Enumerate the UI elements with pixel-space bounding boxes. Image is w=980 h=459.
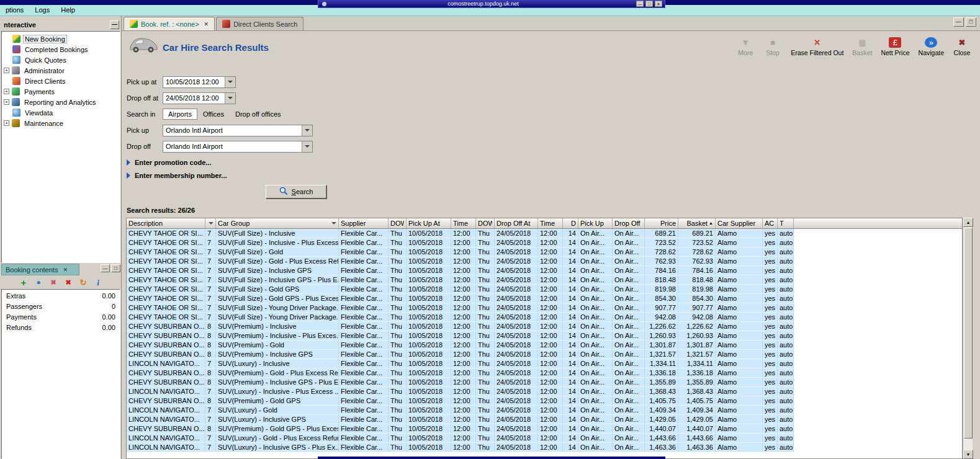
sidebar-item-payments[interactable]: +Payments [2,86,120,97]
toolbar-navigate[interactable]: »Navigate [919,37,944,56]
pick-up-at-dropdown-button[interactable] [225,77,235,87]
col-header-time2[interactable]: Time [538,218,563,228]
sidebar-item-viewdata[interactable]: Viewdata [2,107,120,118]
expand-plus-icon[interactable]: + [4,120,9,126]
drop-off-at-combo[interactable]: 24/05/2018 12:00 [163,92,236,104]
col-header-car_supplier[interactable]: Car Supplier [716,218,763,228]
toolbar-nett-price[interactable]: £Nett Price [881,37,909,56]
pick-up-dropdown-button[interactable] [302,125,312,136]
expand-plus-icon[interactable]: + [4,89,9,94]
tab-book-ref-none[interactable]: Book. ref. : <none>✕ [124,17,215,30]
drop-off-combo[interactable]: Orlando Intl Airport [163,141,313,153]
result-row[interactable]: LINCOLN NAVIGATO...7SUV(Luxury) - GoldFl… [127,406,794,415]
sidebar-item-completed-bookings[interactable]: Completed Bookings [2,44,120,55]
result-row[interactable]: LINCOLN NAVIGATO...7SUV(Luxury) - Inclus… [127,359,794,368]
col-header-time1[interactable]: Time [451,218,476,228]
toolbar-erase-filtered-out[interactable]: ✕Erase Filtered Out [791,37,843,56]
pick-up-at-combo[interactable]: 10/05/2018 12:00 [163,76,236,88]
expand-plus-icon[interactable]: + [4,68,9,73]
window-maximize-button[interactable]: □ [966,17,976,27]
scrollbar-down-button[interactable]: ▼ [963,450,973,459]
col-header-supplier[interactable]: Supplier [339,218,389,228]
col-header-dow2[interactable]: DOW [476,218,495,228]
remove-icon[interactable]: ✖ [49,278,58,287]
result-row[interactable]: CHEVY TAHOE OR SI...7SUV(Full Size) - Go… [127,294,794,303]
search-button[interactable]: Search [266,185,326,198]
col-header-dow1[interactable]: DOW [389,218,407,228]
window-minimize-button[interactable]: — [953,17,964,27]
sidebar-item-administrator[interactable]: +Administrator [2,65,120,76]
sidebar-item-quick-quotes[interactable]: Quick Quotes [2,55,120,65]
result-row[interactable]: CHEVY TAHOE OR SI...7SUV(Full Size) - In… [127,266,794,275]
booking-contents-tab[interactable]: Booking contents ✕ [1,264,79,275]
result-row[interactable]: CHEVY TAHOE OR SI...7SUV(Full Size) - In… [127,238,794,247]
col-header-ac[interactable]: AC [763,218,778,228]
result-row[interactable]: LINCOLN NAVIGATO...7SUV(Luxury) - Inclus… [127,415,794,424]
panel-minimize-button[interactable]: — [101,264,110,272]
refresh-icon[interactable]: ↻ [79,278,88,287]
globe-icon[interactable]: ● [34,278,43,287]
result-row[interactable]: CHEVY SUBURBAN O...8SUV(Premium) - Inclu… [127,322,794,331]
col-header-pick_up_at[interactable]: Pick Up At [407,218,451,228]
filter-funnel-icon[interactable] [209,222,214,225]
result-row[interactable]: CHEVY SUBURBAN O...8SUV(Premium) - Gold … [127,424,794,434]
result-row[interactable]: CHEVY TAHOE OR SI...7SUV(Full Size) - In… [127,275,794,285]
panel-collapse-button[interactable]: — [110,20,119,29]
expand-plus-icon[interactable]: + [4,99,9,105]
col-header-pick_up[interactable]: Pick Up [578,218,613,228]
vertical-scrollbar[interactable]: ▲ ▼ [963,218,973,459]
result-row[interactable]: CHEVY TAHOE OR SI...7SUV(Full Size) - Go… [127,247,794,257]
result-row[interactable]: LINCOLN NAVIGATO...7SUV(Luxury) - Inclus… [127,443,794,452]
drop-off-dropdown-button[interactable] [302,141,312,152]
col-header-description[interactable]: Description [127,218,205,228]
menu-item-logs[interactable]: Logs [29,5,55,15]
close-tab-icon[interactable]: ✕ [204,21,209,27]
col-header-d[interactable]: D [563,218,578,228]
result-row[interactable]: CHEVY SUBURBAN O...8SUV(Premium) - Gold … [127,368,794,378]
close-panel-icon[interactable]: ✕ [63,267,68,273]
result-row[interactable]: CHEVY SUBURBAN O...8SUV(Premium) - GoldF… [127,341,794,350]
result-row[interactable]: LINCOLN NAVIGATO...7SUV(Luxury) - Gold -… [127,434,794,443]
filter-funnel-icon[interactable] [331,222,336,225]
col-header-drop_off[interactable]: Drop Off [613,218,645,228]
search-in-airports[interactable]: Airports [163,109,197,120]
sidebar-item-new-booking[interactable]: New Booking [2,33,120,44]
remote-restore-button[interactable]: □ [645,1,653,7]
remote-close-button[interactable]: ✕ [655,1,662,7]
menu-item-help[interactable]: Help [55,5,81,15]
result-row[interactable]: CHEVY SUBURBAN O...8SUV(Premium) - Inclu… [127,378,794,387]
panel-restore-button[interactable]: □ [111,264,120,272]
col-header-basket[interactable]: Basket▲ [678,218,716,228]
col-header-drop_off_at[interactable]: Drop Off At [495,218,538,228]
delete-icon[interactable]: ✖ [64,278,73,287]
result-row[interactable]: CHEVY TAHOE OR SI...7SUV(Full Size) - Yo… [127,313,794,322]
pick-up-combo[interactable]: Orlando Intl Airport [163,125,313,136]
scrollbar-thumb[interactable] [964,228,973,439]
remote-minimize-button[interactable]: — [636,1,644,7]
result-row[interactable]: CHEVY TAHOE OR SI...7SUV(Full Size) - Yo… [127,303,794,313]
search-in-drop-off-offices[interactable]: Drop off offices [230,109,287,120]
info-icon[interactable]: i [94,278,103,287]
sidebar-item-direct-clients[interactable]: Direct Clients [2,76,120,86]
pin-icon[interactable] [322,2,326,6]
drop-off-at-dropdown-button[interactable] [225,93,235,104]
result-row[interactable]: CHEVY TAHOE OR SI...7SUV(Full Size) - Go… [127,285,794,294]
col-header-price[interactable]: Price [645,218,678,228]
scrollbar-up-button[interactable]: ▲ [963,218,973,227]
toolbar-close[interactable]: ✖Close [953,37,971,56]
result-row[interactable]: CHEVY SUBURBAN O...8SUV(Premium) - Inclu… [127,331,794,341]
menu-item-ptions[interactable]: ptions [0,5,29,15]
result-row[interactable]: LINCOLN NAVIGATO...7SUV(Luxury) - Inclus… [127,387,794,396]
result-row[interactable]: CHEVY TAHOE OR SI...7SUV(Full Size) - Go… [127,257,794,266]
sidebar-item-maintenance[interactable]: +Maintenance [2,118,120,128]
result-row[interactable]: CHEVY SUBURBAN O...8SUV(Premium) - Gold … [127,396,794,406]
tab-direct-clients-search[interactable]: Direct Clients Search [216,17,303,30]
membership-number-expander[interactable]: Enter membership number... [127,172,227,179]
result-row[interactable]: CHEVY TAHOE OR SI...7SUV(Full Size) - In… [127,229,794,238]
col-header-t[interactable]: T [778,218,794,228]
search-in-offices[interactable]: Offices [197,109,230,120]
sidebar-item-reporting-and-analytics[interactable]: +Reporting and Analytics [2,97,120,107]
col-header-s[interactable]: S [205,218,216,228]
promotion-code-expander[interactable]: Enter promotion code... [127,159,211,166]
col-header-car_group[interactable]: Car Group [216,218,339,228]
